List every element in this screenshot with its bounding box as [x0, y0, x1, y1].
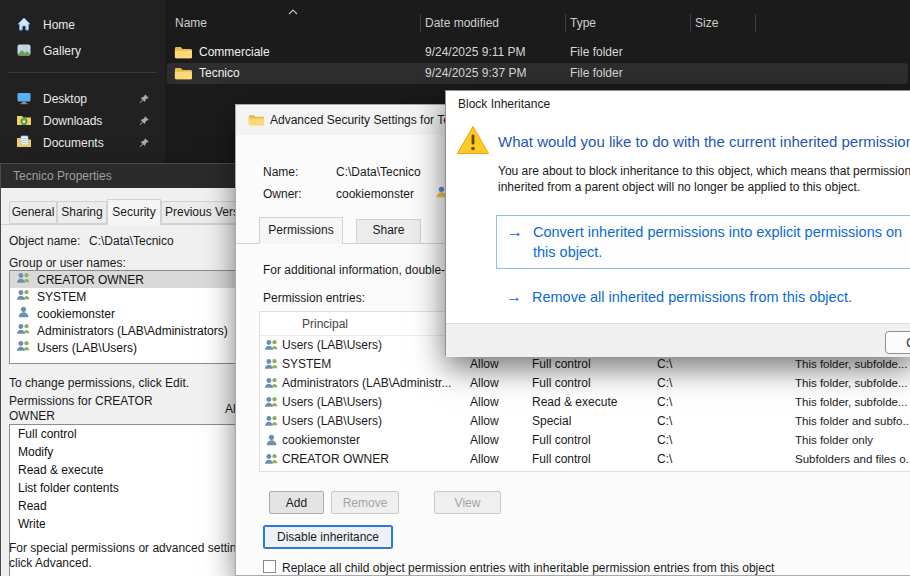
column-header-principal[interactable]: Principal — [302, 312, 348, 336]
sort-ascending-icon — [288, 4, 298, 18]
cell-principal: CREATOR OWNER — [282, 450, 464, 469]
column-header-date-modified[interactable]: Date modified — [425, 12, 499, 34]
group-name: Users (LAB\Users) — [37, 341, 137, 355]
edit-hint-text: To change permissions, click Edit. — [9, 376, 189, 390]
group-icon — [16, 322, 31, 340]
cell-inherited-from: C:\ — [657, 393, 672, 412]
column-separator[interactable] — [565, 14, 566, 32]
cell-access: Full control — [532, 355, 591, 374]
permission-entry-row[interactable]: Users (LAB\Users) Allow Special C:\ This… — [260, 412, 910, 431]
block-dialog-titlebar[interactable]: Block Inheritance — [446, 91, 910, 117]
dialog-title: Block Inheritance — [458, 97, 550, 111]
documents-icon — [16, 134, 32, 153]
desktop-icon — [16, 90, 32, 109]
group-list-label: Group or user names: — [9, 256, 126, 270]
cell-principal: SYSTEM — [282, 355, 464, 374]
dialog-title: Tecnico Properties — [13, 169, 112, 183]
sidebar-item-gallery[interactable]: Gallery — [5, 39, 160, 63]
group-icon — [16, 271, 31, 289]
cell-inherited-from: C:\ — [657, 431, 672, 450]
pin-icon — [138, 137, 150, 152]
permission-entry-row[interactable]: CREATOR OWNER Allow Full control C:\ Sub… — [260, 450, 910, 469]
sidebar-item-label: Downloads — [43, 114, 102, 128]
block-dialog-footer — [446, 323, 910, 357]
column-separator[interactable] — [420, 14, 421, 32]
cell-type: Allow — [470, 412, 499, 431]
tab-security[interactable]: Security — [107, 199, 161, 225]
cell-principal: Users (LAB\Users) — [282, 336, 464, 355]
sidebar-item-desktop[interactable]: Desktop — [5, 87, 160, 111]
sidebar-item-label: Documents — [43, 136, 104, 150]
column-header-size[interactable]: Size — [695, 12, 718, 34]
block-dialog-body-text: You are about to block inheritance to th… — [498, 163, 910, 195]
permission-entry-row[interactable]: cookiemonster Allow Full control C:\ Thi… — [260, 431, 910, 450]
group-name: CREATOR OWNER — [37, 273, 144, 287]
warning-icon — [456, 125, 490, 158]
remove-permissions-command-link[interactable]: → Remove all inherited permissions from … — [506, 287, 910, 311]
sidebar-item-documents[interactable]: Documents — [5, 131, 160, 155]
gallery-icon — [16, 42, 32, 61]
cell-type: Allow — [470, 431, 499, 450]
command-arrow-icon: → — [507, 223, 523, 241]
user-icon — [16, 305, 31, 323]
group-icon — [264, 452, 279, 472]
replace-permissions-checkbox-label[interactable]: Replace all child object permission entr… — [282, 561, 774, 575]
file-row-tecnico[interactable]: Tecnico 9/24/2025 9:37 PM File folder — [167, 63, 908, 84]
file-date-modified: 9/24/2025 9:11 PM — [425, 42, 526, 63]
cell-principal: cookiemonster — [282, 431, 464, 450]
file-date-modified: 9/24/2025 9:37 PM — [425, 63, 526, 84]
cancel-button[interactable]: Cancel — [885, 331, 910, 354]
replace-permissions-checkbox[interactable] — [263, 560, 276, 573]
block-inheritance-dialog: Block Inheritance What would you like to… — [445, 90, 910, 356]
cell-access: Full control — [532, 450, 591, 469]
group-icon — [16, 288, 31, 306]
object-name-label: Object name: — [9, 234, 80, 248]
cell-inherited-from: C:\ — [657, 374, 672, 393]
home-icon — [16, 16, 32, 35]
desktop-screen: Home Gallery Desktop Downloads Documents… — [0, 0, 910, 576]
cell-principal: Users (LAB\Users) — [282, 412, 464, 431]
file-row-commerciale[interactable]: Commerciale 9/24/2025 9:11 PM File folde… — [167, 42, 908, 63]
disable-inheritance-button[interactable]: Disable inheritance — [263, 525, 393, 549]
sidebar-separator — [8, 72, 157, 73]
permission-entry-row[interactable]: Users (LAB\Users) Allow Read & execute C… — [260, 393, 910, 412]
command-arrow-icon: → — [506, 288, 522, 306]
name-value: C:\Data\Tecnico — [336, 165, 421, 179]
object-name-value: C:\Data\Tecnico — [89, 234, 174, 248]
file-name: Commerciale — [199, 42, 270, 63]
file-type: File folder — [570, 42, 623, 63]
tab-share[interactable]: Share — [356, 219, 421, 244]
permission-entry-row[interactable]: SYSTEM Allow Full control C:\ This folde… — [260, 355, 910, 374]
file-type: File folder — [570, 63, 623, 84]
column-separator[interactable] — [690, 14, 691, 32]
downloads-icon — [16, 112, 32, 131]
permissions-for-label: Permissions for CREATOR OWNER — [9, 394, 159, 424]
cell-applies-to: This folder, subfolde... — [795, 355, 910, 374]
tab-sharing[interactable]: Sharing — [57, 201, 107, 224]
cell-applies-to: Subfolders and files o... — [795, 450, 910, 469]
tab-permissions[interactable]: Permissions — [259, 217, 343, 244]
column-header-type[interactable]: Type — [570, 12, 596, 34]
advanced-hint-text: For special permissions or advanced sett… — [9, 541, 271, 571]
tab-general[interactable]: General — [9, 201, 57, 224]
remove-button[interactable]: Remove — [331, 491, 399, 514]
cell-access: Special — [532, 412, 571, 431]
cell-inherited-from: C:\ — [657, 450, 672, 469]
convert-permissions-command-link[interactable]: → Convert inherited permissions into exp… — [496, 215, 910, 269]
cell-type: Allow — [470, 374, 499, 393]
cell-applies-to: This folder and subfo... — [795, 412, 910, 431]
sidebar-item-downloads[interactable]: Downloads — [5, 109, 160, 133]
folder-icon — [174, 66, 192, 87]
block-dialog-heading: What would you like to do with the curre… — [498, 133, 910, 150]
cell-access: Full control — [532, 374, 591, 393]
sidebar-item-home[interactable]: Home — [5, 13, 160, 37]
cell-access: Full control — [532, 431, 591, 450]
view-button[interactable]: View — [434, 491, 501, 514]
folder-icon — [248, 113, 264, 130]
column-header-name[interactable]: Name — [175, 12, 207, 34]
cell-principal: Administrators (LAB\Administr... — [282, 374, 464, 393]
column-separator[interactable] — [755, 14, 756, 32]
cell-applies-to: This folder, subfolde... — [795, 374, 910, 393]
add-button[interactable]: Add — [269, 491, 324, 514]
permission-entry-row[interactable]: Administrators (LAB\Administr... Allow F… — [260, 374, 910, 393]
